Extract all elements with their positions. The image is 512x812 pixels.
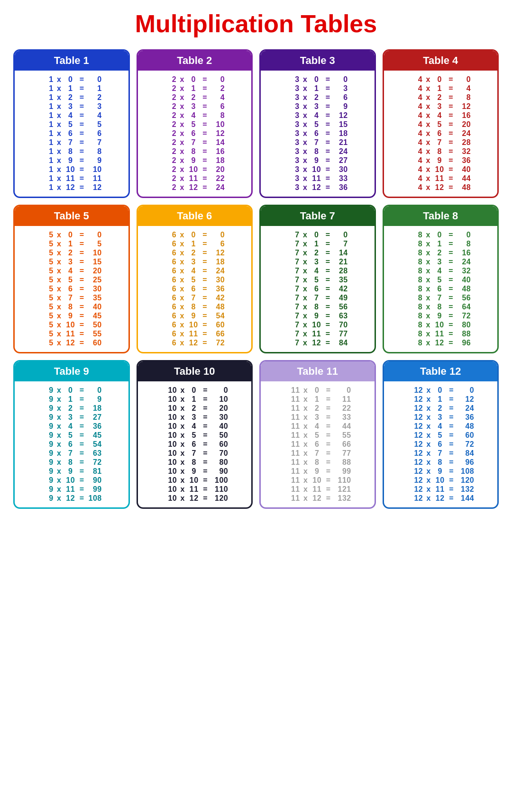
table-row: 3 x 8 = 24 [267, 147, 371, 156]
table-row: 5 x 5 = 25 [21, 276, 125, 284]
table-row: 6 x 9 = 54 [145, 312, 248, 320]
table-card-6: Table 66 x 0 = 06 x 1 = 66 x 2 = 126 x 3… [137, 205, 253, 353]
table-row: 4 x 6 = 24 [391, 129, 494, 138]
table-row: 5 x 1 = 5 [21, 240, 125, 248]
table-row: 1 x 4 = 4 [21, 111, 125, 120]
table-row: 8 x 3 = 24 [391, 258, 494, 266]
table-row: 5 x 8 = 40 [21, 303, 125, 311]
table-row: 2 x 3 = 6 [145, 102, 248, 111]
table-row: 6 x 6 = 36 [145, 285, 248, 293]
table-row: 7 x 8 = 56 [267, 303, 371, 311]
table-card-7: Table 77 x 0 = 07 x 1 = 77 x 2 = 147 x 3… [259, 205, 376, 353]
table-row: 3 x 12 = 36 [267, 183, 371, 192]
table-row: 6 x 0 = 0 [145, 231, 248, 239]
table-card-8: Table 88 x 0 = 08 x 1 = 88 x 2 = 168 x 3… [383, 205, 499, 353]
table-row: 12 x 12 = 144 [391, 494, 494, 503]
table-body-11: 11 x 0 = 011 x 1 = 1111 x 2 = 2211 x 3 =… [261, 381, 375, 507]
table-body-3: 3 x 0 = 03 x 1 = 33 x 2 = 63 x 3 = 93 x … [261, 71, 375, 197]
table-body-6: 6 x 0 = 06 x 1 = 66 x 2 = 126 x 3 = 186 … [138, 226, 252, 352]
table-body-12: 12 x 0 = 012 x 1 = 1212 x 2 = 2412 x 3 =… [384, 381, 498, 507]
table-row: 7 x 4 = 28 [267, 267, 371, 275]
table-row: 12 x 7 = 84 [391, 449, 494, 458]
table-row: 12 x 2 = 24 [391, 404, 494, 413]
table-row: 8 x 7 = 56 [391, 294, 494, 302]
table-row: 10 x 6 = 60 [145, 440, 248, 449]
table-row: 2 x 10 = 20 [145, 165, 248, 174]
table-row: 9 x 9 = 81 [21, 467, 125, 476]
table-row: 3 x 11 = 33 [267, 174, 371, 183]
table-row: 3 x 6 = 18 [267, 129, 371, 138]
table-row: 5 x 9 = 45 [21, 312, 125, 320]
table-row: 10 x 8 = 80 [145, 458, 248, 467]
table-row: 8 x 1 = 8 [391, 240, 494, 248]
table-row: 11 x 4 = 44 [267, 422, 371, 431]
table-card-12: Table 1212 x 0 = 012 x 1 = 1212 x 2 = 24… [383, 360, 499, 509]
table-row: 10 x 11 = 110 [145, 485, 248, 494]
table-row: 9 x 8 = 72 [21, 458, 125, 467]
table-header-10: Table 10 [138, 361, 252, 381]
table-row: 4 x 3 = 12 [391, 102, 494, 111]
table-row: 5 x 12 = 60 [21, 339, 125, 347]
table-row: 2 x 5 = 10 [145, 120, 248, 129]
table-body-1: 1 x 0 = 01 x 1 = 11 x 2 = 21 x 3 = 31 x … [15, 71, 128, 197]
table-row: 4 x 12 = 48 [391, 183, 494, 192]
table-row: 1 x 0 = 0 [21, 75, 125, 84]
table-row: 2 x 7 = 14 [145, 138, 248, 147]
table-row: 9 x 12 = 108 [21, 494, 125, 503]
table-row: 12 x 0 = 0 [391, 386, 494, 395]
table-row: 5 x 2 = 10 [21, 249, 125, 257]
table-row: 4 x 11 = 44 [391, 174, 494, 183]
table-row: 11 x 9 = 99 [267, 467, 371, 476]
table-row: 10 x 4 = 40 [145, 422, 248, 431]
table-body-2: 2 x 0 = 02 x 1 = 22 x 2 = 42 x 3 = 62 x … [138, 71, 252, 197]
table-row: 6 x 1 = 6 [145, 240, 248, 248]
table-row: 6 x 7 = 42 [145, 294, 248, 302]
table-row: 6 x 2 = 12 [145, 249, 248, 257]
table-row: 12 x 5 = 60 [391, 431, 494, 440]
table-row: 9 x 1 = 9 [21, 395, 125, 404]
table-body-5: 5 x 0 = 05 x 1 = 55 x 2 = 105 x 3 = 155 … [15, 226, 128, 352]
table-row: 8 x 0 = 0 [391, 231, 494, 239]
table-row: 10 x 3 = 30 [145, 413, 248, 422]
table-card-1: Table 11 x 0 = 01 x 1 = 11 x 2 = 21 x 3 … [13, 49, 130, 198]
table-header-11: Table 11 [261, 361, 375, 381]
table-row: 2 x 11 = 22 [145, 174, 248, 183]
table-card-2: Table 22 x 0 = 02 x 1 = 22 x 2 = 42 x 3 … [137, 49, 253, 198]
table-header-8: Table 8 [384, 206, 498, 226]
table-row: 2 x 0 = 0 [145, 75, 248, 84]
table-row: 3 x 5 = 15 [267, 120, 371, 129]
table-card-4: Table 44 x 0 = 04 x 1 = 44 x 2 = 84 x 3 … [383, 49, 499, 198]
table-row: 12 x 1 = 12 [391, 395, 494, 404]
table-row: 5 x 11 = 55 [21, 330, 125, 338]
table-row: 8 x 11 = 88 [391, 330, 494, 338]
table-row: 6 x 3 = 18 [145, 258, 248, 266]
table-row: 8 x 12 = 96 [391, 339, 494, 347]
table-row: 9 x 11 = 99 [21, 485, 125, 494]
table-row: 8 x 9 = 72 [391, 312, 494, 320]
table-row: 10 x 2 = 20 [145, 404, 248, 413]
table-row: 3 x 9 = 27 [267, 156, 371, 165]
table-row: 1 x 3 = 3 [21, 102, 125, 111]
table-row: 9 x 6 = 54 [21, 440, 125, 449]
table-row: 7 x 6 = 42 [267, 285, 371, 293]
table-body-8: 8 x 0 = 08 x 1 = 88 x 2 = 168 x 3 = 248 … [384, 226, 498, 352]
table-row: 7 x 5 = 35 [267, 276, 371, 284]
table-row: 12 x 10 = 120 [391, 476, 494, 485]
table-row: 7 x 9 = 63 [267, 312, 371, 320]
table-row: 10 x 10 = 100 [145, 476, 248, 485]
table-card-9: Table 99 x 0 = 09 x 1 = 99 x 2 = 189 x 3… [13, 360, 130, 509]
table-row: 1 x 8 = 8 [21, 147, 125, 156]
table-row: 5 x 10 = 50 [21, 321, 125, 329]
table-row: 1 x 2 = 2 [21, 93, 125, 102]
table-row: 4 x 0 = 0 [391, 75, 494, 84]
table-row: 5 x 3 = 15 [21, 258, 125, 266]
table-row: 6 x 10 = 60 [145, 321, 248, 329]
table-row: 9 x 4 = 36 [21, 422, 125, 431]
table-row: 11 x 8 = 88 [267, 458, 371, 467]
table-card-10: Table 1010 x 0 = 010 x 1 = 1010 x 2 = 20… [137, 360, 253, 509]
table-header-3: Table 3 [261, 51, 375, 71]
table-row: 7 x 12 = 84 [267, 339, 371, 347]
page-title: Multiplication Tables [9, 9, 503, 38]
table-row: 3 x 7 = 21 [267, 138, 371, 147]
table-body-10: 10 x 0 = 010 x 1 = 1010 x 2 = 2010 x 3 =… [138, 381, 252, 507]
